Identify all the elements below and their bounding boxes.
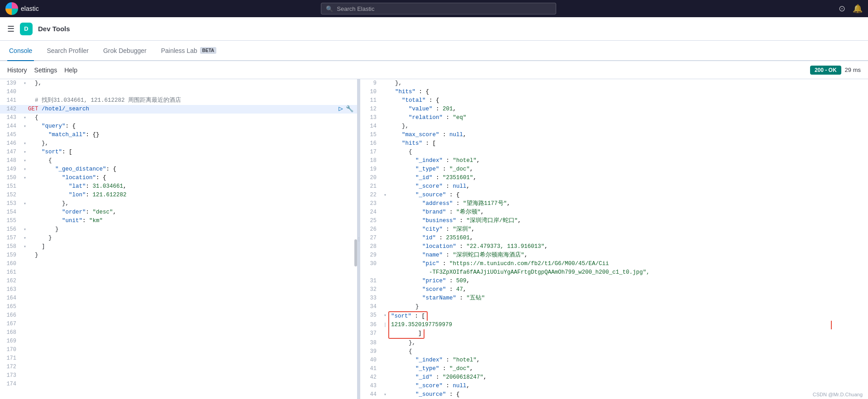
table-row: 173 bbox=[0, 371, 357, 380]
search-bar-wrapper: 🔍 Search Elastic bbox=[44, 3, 833, 14]
table-row: 17 { bbox=[360, 148, 868, 157]
response-panel: 9 }, 10 "hits" : { 11 "total" : { 12 bbox=[360, 79, 868, 399]
table-row: 39 { bbox=[360, 347, 868, 356]
tab-grok-debugger[interactable]: Grok Debugger bbox=[101, 41, 148, 61]
table-row: 142 GET /hotel/_search ▷ 🔧 bbox=[0, 105, 357, 114]
table-row: 38 }, bbox=[360, 339, 868, 347]
table-row: 172 bbox=[0, 363, 357, 371]
app-badge: D bbox=[20, 23, 33, 35]
table-row: 32 "score" : 47, bbox=[360, 285, 868, 294]
table-row: 168 bbox=[0, 328, 357, 337]
elastic-logo[interactable]: elastic bbox=[5, 2, 39, 15]
watermark: CSDN @Mr.D.Chuang bbox=[813, 392, 863, 397]
table-row: 140 bbox=[0, 88, 357, 96]
table-row: 159 } bbox=[0, 251, 357, 260]
tab-console-label: Console bbox=[9, 47, 32, 54]
table-row: 36 | 1219.3520197759979 bbox=[360, 321, 868, 329]
table-row: 43 "_score" : null, bbox=[360, 382, 868, 390]
tab-painless-lab[interactable]: Painless Lab BETA bbox=[159, 41, 219, 61]
wrench-icon[interactable]: 🔧 bbox=[346, 105, 353, 114]
table-row: 166 bbox=[0, 311, 357, 320]
tab-search-profiler[interactable]: Search Profiler bbox=[45, 41, 91, 61]
table-row: 150 ▾ "location": { bbox=[0, 174, 357, 182]
table-row: 30 "pic" : "https://m.tuniucdn.com/fb2/t… bbox=[360, 260, 868, 268]
table-row: 162 bbox=[0, 277, 357, 285]
editor-panel[interactable]: 139 ▾ }, 140 141 # 找到31.034661, 121.6122… bbox=[0, 79, 358, 399]
table-row: 144 ▾ "query": { bbox=[0, 122, 357, 131]
main-content: 139 ▾ }, 140 141 # 找到31.034661, 121.6122… bbox=[0, 79, 868, 399]
line-actions: ▷ 🔧 bbox=[339, 105, 353, 114]
app-title: Dev Tools bbox=[38, 25, 70, 33]
second-bar: ☰ D Dev Tools bbox=[0, 17, 868, 41]
table-row: 13 "relation" : "eq" bbox=[360, 114, 868, 122]
top-navigation: elastic 🔍 Search Elastic ⊙ 🔔 bbox=[0, 0, 868, 17]
sub-toolbar: History Settings Help 200 - OK 29 ms bbox=[0, 61, 868, 79]
table-row: 149 ▾ "_geo_distance": { bbox=[0, 165, 357, 174]
history-button[interactable]: History bbox=[7, 66, 27, 74]
table-row: 33 "starName" : "五钻" bbox=[360, 294, 868, 303]
table-row: 21 "_score" : null, bbox=[360, 182, 868, 191]
table-row: 37 ] bbox=[360, 329, 868, 339]
table-row: 18 "_index" : "hotel", bbox=[360, 157, 868, 165]
tab-search-profiler-label: Search Profiler bbox=[47, 47, 89, 54]
table-row: 16 "hits" : [ bbox=[360, 139, 868, 148]
table-row: 145 "match_all": {} bbox=[0, 131, 357, 139]
table-row: 35 ▾ "sort" : [ bbox=[360, 311, 868, 321]
table-row: 24 "brand" : "希尔顿", bbox=[360, 208, 868, 217]
table-row: 156 ▾ } bbox=[0, 225, 357, 234]
search-placeholder: Search Elastic bbox=[337, 5, 374, 12]
table-row: 164 bbox=[0, 294, 357, 303]
status-group: 200 - OK 29 ms bbox=[810, 66, 861, 75]
beta-badge: BETA bbox=[200, 47, 216, 54]
table-row: 31 "price" : 509, bbox=[360, 277, 868, 285]
table-row: 153 ▾ }, bbox=[0, 200, 357, 208]
table-row: 174 bbox=[0, 380, 357, 389]
table-row: 147 ▾ "sort": [ bbox=[0, 148, 357, 157]
settings-icon[interactable]: ⊙ bbox=[839, 4, 845, 14]
table-row: 40 "_index" : "hotel", bbox=[360, 356, 868, 365]
settings-button[interactable]: Settings bbox=[34, 66, 57, 74]
table-row: 14 }, bbox=[360, 122, 868, 131]
hamburger-menu[interactable]: ☰ bbox=[7, 24, 14, 34]
table-row: 10 "hits" : { bbox=[360, 88, 868, 96]
response-content[interactable]: 9 }, 10 "hits" : { 11 "total" : { 12 bbox=[360, 79, 868, 399]
table-row: 44 ▾ "_source" : { bbox=[360, 390, 868, 399]
table-row: 139 ▾ }, bbox=[0, 79, 357, 88]
table-row: -TF3ZpXOIfa6fAAJjiUOiuYgAAFrtgDtgpQAAmOh… bbox=[360, 268, 868, 277]
table-row: 34 } bbox=[360, 303, 868, 311]
table-row: 25 "business" : "深圳湾口岸/蛇口", bbox=[360, 217, 868, 225]
editor-content[interactable]: 139 ▾ }, 140 141 # 找到31.034661, 121.6122… bbox=[0, 79, 357, 399]
table-row: 29 "name" : "深圳蛇口希尔顿南海酒店", bbox=[360, 251, 868, 260]
table-row: 11 "total" : { bbox=[360, 96, 868, 105]
table-row: 22 ▾ "_source" : { bbox=[360, 191, 868, 200]
table-row: 169 bbox=[0, 337, 357, 346]
tabs-bar: Console Search Profiler Grok Debugger Pa… bbox=[0, 41, 868, 61]
table-row: 20 "_id" : "2351601", bbox=[360, 174, 868, 182]
search-bar[interactable]: 🔍 Search Elastic bbox=[321, 3, 556, 14]
table-row: 158 ▾ ] bbox=[0, 242, 357, 251]
table-row: 171 bbox=[0, 354, 357, 363]
help-button[interactable]: Help bbox=[64, 66, 77, 74]
sub-toolbar-left: History Settings Help bbox=[7, 66, 77, 74]
elastic-logo-text: elastic bbox=[21, 5, 39, 12]
table-row: 152 "lon": 121.612282 bbox=[0, 191, 357, 200]
table-row: 41 "_type" : "_doc", bbox=[360, 365, 868, 373]
table-row: 146 ▾ }, bbox=[0, 139, 357, 148]
table-row: 15 "max_score" : null, bbox=[360, 131, 868, 139]
search-icon: 🔍 bbox=[326, 5, 333, 12]
run-icon[interactable]: ▷ bbox=[339, 105, 343, 114]
table-row: 28 "location" : "22.479373, 113.916013", bbox=[360, 242, 868, 251]
scrollbar-thumb[interactable] bbox=[354, 239, 357, 266]
table-row: 161 bbox=[0, 268, 357, 277]
table-row: 154 "order": "desc", bbox=[0, 208, 357, 217]
table-row: 167 bbox=[0, 320, 357, 328]
table-row: 155 "unit": "km" bbox=[0, 217, 357, 225]
table-row: 165 bbox=[0, 303, 357, 311]
status-badge: 200 - OK bbox=[810, 66, 841, 75]
table-row: 42 "_id" : "2060618247", bbox=[360, 373, 868, 382]
response-time: 29 ms bbox=[845, 66, 861, 73]
table-row: 170 bbox=[0, 346, 357, 354]
table-row: 148 ▾ { bbox=[0, 157, 357, 165]
bell-icon[interactable]: 🔔 bbox=[853, 4, 863, 14]
tab-console[interactable]: Console bbox=[7, 41, 34, 61]
